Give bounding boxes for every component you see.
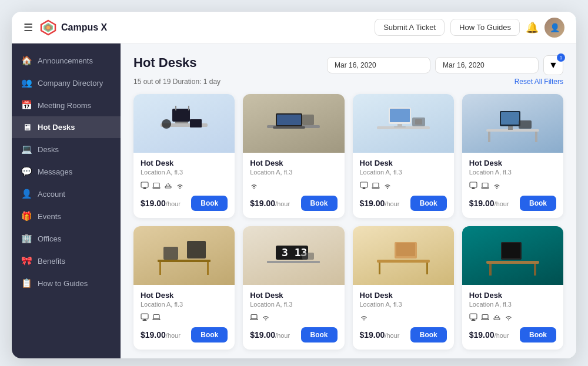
desk-card-5[interactable]: Hot Desk Location A, fl.3 $19.00/hour Bo… bbox=[133, 226, 235, 350]
svg-rect-84 bbox=[482, 315, 488, 319]
sidebar-icon-messages: 💬 bbox=[21, 166, 32, 177]
sidebar-icon-how-to-guides: 📋 bbox=[21, 278, 32, 288]
card-body-7: Hot Desk Location A, fl.3 $19.00/hour Bo… bbox=[353, 285, 454, 350]
sidebar-item-announcements[interactable]: 🏠 Announcements bbox=[12, 49, 121, 72]
book-button-2[interactable]: Book bbox=[301, 196, 338, 211]
card-location-8: Location A, fl.3 bbox=[469, 301, 556, 308]
wifi-router-icon bbox=[164, 180, 172, 190]
reset-filters-link[interactable]: Reset All Filters bbox=[514, 78, 563, 86]
desk-card-1[interactable]: Hot Desk Location A, fl.3 $19.00/hour Bo… bbox=[133, 94, 235, 218]
sidebar-icon-company-directory: 👥 bbox=[21, 78, 32, 88]
svg-rect-5 bbox=[172, 109, 190, 122]
sidebar-item-desks[interactable]: 💻 Desks bbox=[12, 138, 121, 160]
app-name: Campus X bbox=[61, 22, 107, 33]
filter-icon: ▼ bbox=[549, 60, 558, 70]
card-price-6: $19.00/hour bbox=[250, 330, 290, 340]
svg-rect-38 bbox=[372, 187, 379, 189]
svg-rect-36 bbox=[362, 189, 366, 189]
sidebar-label-events: Events bbox=[38, 212, 61, 221]
card-footer-3: $19.00/hour Book bbox=[360, 196, 447, 211]
card-body-8: Hot Desk Location A, fl.3 $19.00/hour Bo… bbox=[462, 285, 563, 350]
sidebar-label-account: Account bbox=[38, 190, 65, 199]
card-body-6: Hot Desk Location A, fl.3 $19.00/hour Bo… bbox=[243, 285, 344, 350]
book-button-5[interactable]: Book bbox=[191, 327, 228, 343]
sidebar-item-company-directory[interactable]: 👥 Company Directory bbox=[12, 72, 121, 94]
card-body-2: Hot Desk Location A, fl.3 $19.00/hour Bo… bbox=[243, 153, 344, 218]
card-price-8: $19.00/hour bbox=[469, 330, 509, 340]
cards-grid: Hot Desk Location A, fl.3 $19.00/hour Bo… bbox=[133, 94, 563, 350]
card-price-1: $19.00/hour bbox=[141, 199, 181, 208]
svg-point-10 bbox=[162, 119, 171, 129]
svg-rect-54 bbox=[159, 262, 161, 275]
desk-card-2[interactable]: Hot Desk Location A, fl.3 $19.00/hour Bo… bbox=[243, 94, 344, 218]
sidebar-icon-meeting-rooms: 📅 bbox=[21, 100, 32, 110]
desk-card-8[interactable]: Hot Desk Location A, fl.3 $19.00/hour Bo… bbox=[462, 226, 563, 350]
book-button-4[interactable]: Book bbox=[520, 196, 556, 211]
desk-card-4[interactable]: Hot Desk Location A, fl.3 $19.00/hour Bo… bbox=[462, 94, 563, 218]
book-button-6[interactable]: Book bbox=[301, 327, 338, 343]
monitor-icon bbox=[469, 313, 477, 322]
svg-rect-33 bbox=[415, 119, 422, 125]
svg-rect-74 bbox=[396, 243, 415, 256]
book-button-8[interactable]: Book bbox=[520, 327, 556, 343]
sidebar-label-desks: Desks bbox=[38, 145, 59, 154]
hamburger-icon[interactable]: ☰ bbox=[24, 21, 33, 34]
sidebar-item-how-to-guides[interactable]: 📋 How to Guides bbox=[12, 272, 121, 294]
sidebar-icon-benefits: 🎀 bbox=[21, 256, 32, 266]
notification-bell[interactable]: 🔔 bbox=[526, 21, 539, 34]
sidebar-item-benefits[interactable]: 🎀 Benefits bbox=[12, 250, 121, 272]
sidebar-item-offices[interactable]: 🏢 Offices bbox=[12, 227, 121, 250]
card-body-5: Hot Desk Location A, fl.3 $19.00/hour Bo… bbox=[133, 285, 235, 350]
svg-point-20 bbox=[179, 187, 181, 189]
desk-card-6[interactable]: 3 13 Hot Desk Location A, fl.3 $19.00/ho… bbox=[243, 226, 344, 350]
sidebar-item-hot-desks[interactable]: 🖥 Hot Desks bbox=[12, 116, 121, 138]
page-title: Hot Desks bbox=[133, 55, 197, 70]
card-amenities-8 bbox=[469, 313, 556, 322]
sidebar-item-meeting-rooms[interactable]: 📅 Meeting Rooms bbox=[12, 94, 121, 116]
avatar[interactable]: 👤 bbox=[544, 18, 564, 38]
filter-row: ▼ 1 bbox=[327, 55, 563, 75]
wifi-icon bbox=[262, 313, 270, 322]
card-title-8: Hot Desk bbox=[469, 291, 556, 300]
book-button-1[interactable]: Book bbox=[191, 196, 228, 211]
wifi-icon bbox=[505, 313, 513, 322]
page-content: Hot Desks ▼ 1 15 out of 19 Duration: 1 d… bbox=[121, 43, 576, 358]
card-location-2: Location A, fl.3 bbox=[250, 169, 337, 176]
desk-card-3[interactable]: Hot Desk Location A, fl.3 $19.00/hour Bo… bbox=[353, 94, 454, 218]
book-button-3[interactable]: Book bbox=[410, 196, 447, 211]
wifi-icon bbox=[250, 180, 258, 190]
svg-rect-37 bbox=[373, 183, 379, 187]
sidebar-item-account[interactable]: 👤 Account bbox=[12, 183, 121, 205]
card-price-4: $19.00/hour bbox=[469, 199, 509, 208]
bell-icon: 🔔 bbox=[526, 22, 539, 33]
svg-rect-13 bbox=[143, 189, 147, 189]
card-location-7: Location A, fl.3 bbox=[360, 301, 447, 308]
sidebar-label-announcements: Announcements bbox=[38, 56, 93, 65]
svg-rect-62 bbox=[153, 319, 160, 320]
sidebar-item-messages[interactable]: 💬 Messages bbox=[12, 160, 121, 183]
card-title-2: Hot Desk bbox=[250, 159, 337, 167]
book-button-7[interactable]: Book bbox=[410, 327, 447, 343]
svg-rect-31 bbox=[394, 126, 406, 127]
submit-ticket-button[interactable]: Submit A Ticket bbox=[375, 19, 445, 36]
desk-card-7[interactable]: Hot Desk Location A, fl.3 $19.00/hour Bo… bbox=[353, 226, 454, 350]
card-body-3: Hot Desk Location A, fl.3 $19.00/hour Bo… bbox=[353, 153, 454, 218]
card-location-1: Location A, fl.3 bbox=[141, 169, 228, 176]
svg-point-69 bbox=[265, 320, 266, 321]
sidebar-icon-offices: 🏢 bbox=[21, 233, 32, 244]
how-to-guides-button[interactable]: How To Guides bbox=[450, 19, 520, 36]
card-footer-5: $19.00/hour Book bbox=[141, 327, 228, 343]
card-body-4: Hot Desk Location A, fl.3 $19.00/hour Bo… bbox=[462, 153, 563, 218]
sidebar-item-events[interactable]: 🎁 Events bbox=[12, 205, 121, 227]
page-header: Hot Desks ▼ 1 bbox=[133, 55, 563, 75]
svg-rect-41 bbox=[488, 132, 490, 142]
card-amenities-1 bbox=[141, 180, 228, 190]
svg-rect-35 bbox=[363, 187, 365, 189]
wifi-icon bbox=[383, 180, 392, 190]
svg-rect-58 bbox=[141, 314, 148, 319]
filter-button[interactable]: ▼ 1 bbox=[543, 55, 563, 75]
date-end-input[interactable] bbox=[435, 57, 539, 73]
card-footer-8: $19.00/hour Book bbox=[469, 327, 556, 343]
card-footer-7: $19.00/hour Book bbox=[360, 327, 447, 343]
date-start-input[interactable] bbox=[327, 57, 430, 73]
